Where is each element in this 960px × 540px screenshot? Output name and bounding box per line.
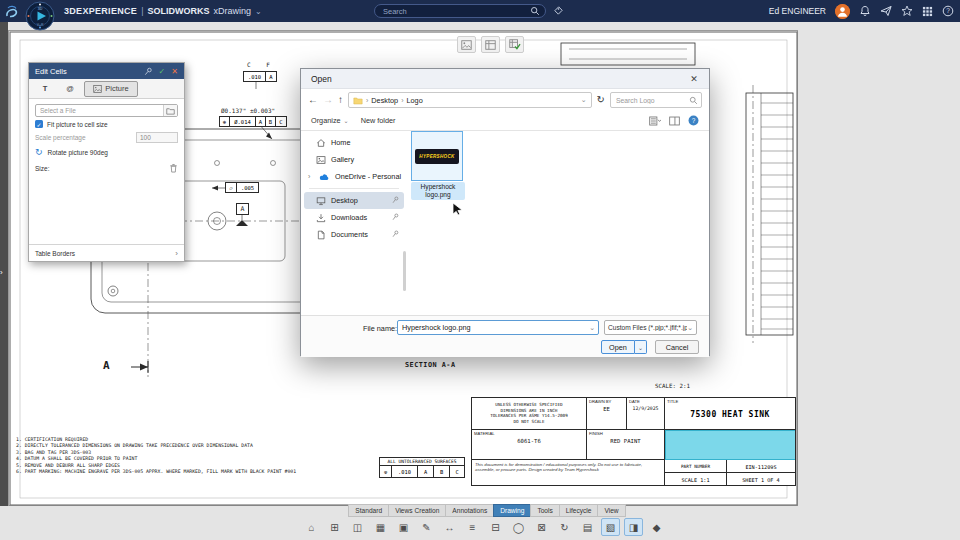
toolbar-home-icon[interactable]: ⌂ bbox=[302, 518, 321, 536]
tab-text[interactable]: T bbox=[34, 81, 56, 97]
tag-icon[interactable] bbox=[553, 5, 564, 16]
ribbon-tab-bar: Standard Views Creation Annotations Draw… bbox=[0, 504, 960, 517]
tab-standard[interactable]: Standard bbox=[348, 504, 388, 517]
svg-text:3D: 3D bbox=[38, 7, 43, 11]
notifications-bell-icon[interactable] bbox=[859, 5, 871, 17]
search-magnifier-icon[interactable] bbox=[530, 6, 545, 16]
open-split-caret-icon[interactable]: ⌄ bbox=[635, 340, 647, 354]
validate-table-button[interactable] bbox=[505, 36, 524, 53]
rotate-picture-button[interactable]: ↻ Rotate picture 90deg bbox=[35, 148, 178, 157]
drawing-notes: 1. CERTIFICATION REQUIRED 2. DIRECTLY TO… bbox=[16, 437, 368, 475]
dialog-search[interactable] bbox=[610, 92, 702, 108]
close-panel-icon[interactable]: ✕ bbox=[171, 67, 178, 76]
confirm-icon[interactable]: ✓ bbox=[159, 67, 166, 76]
toolbar-table-icon[interactable]: ▦ bbox=[371, 518, 390, 536]
sidebar-item-downloads[interactable]: Downloads bbox=[304, 209, 404, 226]
trash-icon[interactable] bbox=[169, 163, 178, 173]
global-search-input[interactable] bbox=[375, 7, 530, 16]
picture-tab-icon bbox=[93, 85, 102, 93]
sidebar-item-gallery[interactable]: Gallery bbox=[304, 151, 404, 168]
expand-panel-arrow[interactable]: › bbox=[0, 268, 3, 277]
help-icon[interactable]: ? bbox=[942, 5, 954, 17]
dialog-file-list[interactable]: HYPERSHOCK Hypershock logo.png bbox=[407, 131, 709, 315]
module-dropdown-caret[interactable]: ⌄ bbox=[255, 7, 262, 16]
toolbar-hatch-icon[interactable]: ▧ bbox=[601, 518, 620, 536]
toolbar-properties-icon[interactable]: ◆ bbox=[647, 518, 666, 536]
breadcrumb-folder[interactable]: Logo bbox=[406, 96, 422, 105]
app-grid-icon[interactable] bbox=[922, 6, 933, 17]
file-name-combobox[interactable]: ⌄ bbox=[397, 320, 599, 335]
refresh-icon[interactable]: ↻ bbox=[597, 95, 605, 105]
dialog-close-icon[interactable]: ✕ bbox=[679, 69, 709, 88]
dialog-command-bar: Organize ⌄ New folder ? bbox=[301, 111, 709, 131]
file-name-input[interactable] bbox=[398, 322, 589, 333]
sidebar-item-home[interactable]: Home bbox=[304, 134, 404, 151]
toolbar-standard-views-icon[interactable]: ◫ bbox=[348, 518, 367, 536]
dialog-title: Open bbox=[311, 74, 679, 84]
preview-pane-icon[interactable] bbox=[669, 116, 680, 126]
dialog-help-icon[interactable]: ? bbox=[688, 115, 699, 126]
table-borders-section[interactable]: Table Borders › bbox=[29, 244, 184, 261]
pin-panel-icon[interactable] bbox=[144, 67, 153, 76]
tab-picture[interactable]: Picture bbox=[84, 81, 138, 97]
tab-drawing[interactable]: Drawing bbox=[493, 504, 530, 517]
titleblock-scale-cell: SCALE 1:1 bbox=[665, 473, 727, 485]
fcf-runout: .010A bbox=[243, 71, 277, 82]
toolbar-annotation-icon[interactable]: ✎ bbox=[417, 518, 436, 536]
sidebar-item-onedrive[interactable]: › OneDrive - Personal bbox=[304, 168, 404, 185]
user-name[interactable]: Ed ENGINEER bbox=[769, 6, 826, 16]
global-search[interactable] bbox=[374, 4, 546, 18]
sidebar-item-documents[interactable]: Documents bbox=[304, 226, 404, 243]
back-icon[interactable]: ← bbox=[308, 95, 318, 105]
tab-views-creation[interactable]: Views Creation bbox=[388, 504, 445, 517]
scale-percentage-input[interactable] bbox=[136, 132, 178, 143]
tab-view[interactable]: View bbox=[597, 504, 625, 517]
toolbar-centerline-icon[interactable]: ≡ bbox=[463, 518, 482, 536]
section-title: SECTION A-A bbox=[405, 361, 456, 369]
toolbar-crop-view-icon[interactable]: ⊠ bbox=[532, 518, 551, 536]
toolbar-dimension-icon[interactable]: ↔ bbox=[440, 518, 459, 536]
cancel-button[interactable]: Cancel bbox=[655, 340, 699, 354]
open-button[interactable]: Open ⌄ bbox=[601, 340, 647, 354]
toolbar-layers-icon[interactable]: ▤ bbox=[578, 518, 597, 536]
image-tool-button[interactable] bbox=[457, 36, 476, 53]
tab-lifecycle[interactable]: Lifecycle bbox=[559, 504, 598, 517]
fit-picture-checkbox[interactable]: ✓ bbox=[35, 120, 43, 128]
expand-chevron-icon[interactable]: › bbox=[308, 173, 314, 180]
file-type-select[interactable]: Custom Files (*.pjp;*.jfif;*.jpe... ⌄ bbox=[604, 320, 697, 335]
favorites-star-icon[interactable] bbox=[901, 5, 913, 17]
pin-icon bbox=[392, 230, 399, 238]
view-mode-icon[interactable] bbox=[649, 116, 661, 126]
compass-button[interactable]: 3D V+R bbox=[25, 1, 55, 31]
toolbar-update-views-icon[interactable]: ↻ bbox=[555, 518, 574, 536]
file-name-caret-icon[interactable]: ⌄ bbox=[589, 324, 598, 332]
file-tile-hypershock-logo[interactable]: HYPERSHOCK Hypershock logo.png bbox=[411, 131, 465, 200]
toolbar-new-sheet-icon[interactable]: ⊞ bbox=[325, 518, 344, 536]
forward-icon[interactable]: → bbox=[323, 95, 333, 105]
tab-mention[interactable]: @ bbox=[59, 81, 81, 97]
dialog-titlebar: Open ✕ bbox=[301, 69, 709, 89]
breadcrumb-location[interactable]: Desktop bbox=[371, 96, 398, 105]
organize-menu[interactable]: Organize ⌄ bbox=[311, 116, 349, 125]
share-icon[interactable] bbox=[880, 5, 892, 17]
browse-file-button[interactable] bbox=[163, 105, 177, 116]
toolbar-section-view-icon[interactable]: ⊟ bbox=[486, 518, 505, 536]
user-avatar[interactable] bbox=[835, 4, 850, 19]
titleblock-logo-cell-selected[interactable] bbox=[665, 430, 795, 460]
up-icon[interactable]: ↑ bbox=[338, 95, 343, 105]
toolbar-detail-view-icon[interactable]: ◯ bbox=[509, 518, 528, 536]
tab-annotations[interactable]: Annotations bbox=[445, 504, 493, 517]
tab-tools[interactable]: Tools bbox=[530, 504, 558, 517]
sidebar-scrollbar[interactable] bbox=[403, 251, 406, 291]
toolbar-image-icon[interactable]: ▣ bbox=[394, 518, 413, 536]
dialog-search-input[interactable] bbox=[614, 96, 689, 105]
toolbar-shaded-view-icon[interactable]: ◨ bbox=[624, 518, 643, 536]
application-window: 3D V+R 3DEXPERIENCE | SOLIDWORKS xDrawin… bbox=[0, 0, 960, 540]
frame-tool-button[interactable] bbox=[481, 36, 500, 53]
new-folder-button[interactable]: New folder bbox=[361, 116, 396, 125]
sidebar-item-desktop[interactable]: Desktop bbox=[304, 192, 404, 209]
address-breadcrumb[interactable]: › Desktop › Logo ⌄ bbox=[348, 92, 592, 108]
breadcrumb-caret-icon[interactable]: ⌄ bbox=[581, 96, 587, 104]
titleblock-material-cell: MATERIAL 6061-T6 bbox=[472, 430, 587, 460]
file-select-input[interactable] bbox=[35, 104, 178, 117]
